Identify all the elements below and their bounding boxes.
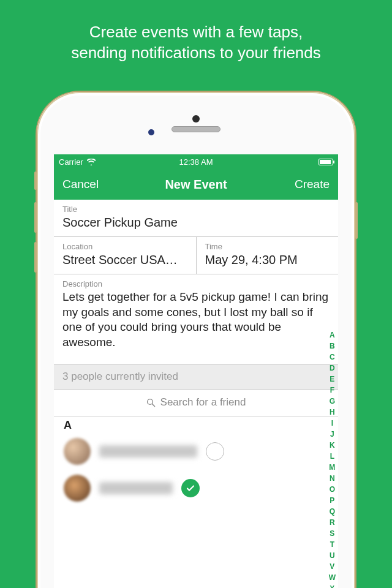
svg-line-1 <box>152 404 154 406</box>
battery-icon <box>318 159 333 165</box>
phone-screen: Carrier 12:38 AM Cancel New Event Create… <box>54 154 338 588</box>
promo-headline: Create events with a few taps, sending n… <box>0 0 392 64</box>
location-field[interactable]: Location Street Soccer USA… <box>54 237 197 274</box>
promo-line-2: sending notifications to your friends <box>0 43 392 64</box>
promo-line-1: Create events with a few taps, <box>0 22 392 43</box>
contact-name <box>99 482 173 494</box>
index-letter[interactable]: X <box>329 586 336 588</box>
phone-volume-down <box>34 242 37 273</box>
avatar <box>64 475 91 502</box>
invited-count-bar: 3 people currently invited <box>54 364 338 390</box>
phone-speaker <box>172 126 221 132</box>
checked-icon[interactable] <box>181 479 200 497</box>
status-bar: Carrier 12:38 AM <box>54 154 338 169</box>
description-value: Lets get together for a 5v5 pickup game!… <box>62 290 330 350</box>
title-value: Soccer Pickup Game <box>62 215 330 230</box>
phone-power-button <box>355 202 358 239</box>
contact-row[interactable] <box>54 470 338 507</box>
nav-bar: Cancel New Event Create <box>54 169 338 200</box>
time-field[interactable]: Time May 29, 4:30 PM <box>197 237 339 274</box>
wifi-icon <box>87 159 96 165</box>
carrier-label: Carrier <box>59 157 83 167</box>
search-placeholder: Search for a friend <box>160 396 246 409</box>
description-label: Description <box>62 279 330 288</box>
time-value: May 29, 4:30 PM <box>205 252 330 268</box>
create-button[interactable]: Create <box>295 178 330 191</box>
contact-name <box>99 445 197 458</box>
search-icon <box>146 398 156 407</box>
search-friend-input[interactable]: Search for a friend <box>54 390 338 417</box>
contact-row[interactable] <box>54 433 338 470</box>
location-label: Location <box>62 242 187 251</box>
phone-camera <box>192 115 200 123</box>
alphabet-index[interactable]: ABCDEFGHIJKLMNOPQRSTUVWXYZ <box>329 332 336 588</box>
title-field[interactable]: Title Soccer Pickup Game <box>54 200 338 237</box>
phone-frame: Carrier 12:38 AM Cancel New Event Create… <box>37 92 355 588</box>
avatar <box>64 438 91 465</box>
unchecked-icon[interactable] <box>206 442 224 461</box>
phone-volume-up <box>34 202 37 233</box>
status-time: 12:38 AM <box>54 157 338 167</box>
time-label: Time <box>205 242 330 251</box>
cancel-button[interactable]: Cancel <box>62 178 99 191</box>
title-label: Title <box>62 205 330 214</box>
phone-proximity-sensor <box>148 129 154 135</box>
section-header-a: A <box>54 417 338 433</box>
phone-mute-switch <box>34 172 37 190</box>
location-value: Street Soccer USA… <box>62 252 187 268</box>
description-field[interactable]: Description Lets get together for a 5v5 … <box>54 274 338 356</box>
